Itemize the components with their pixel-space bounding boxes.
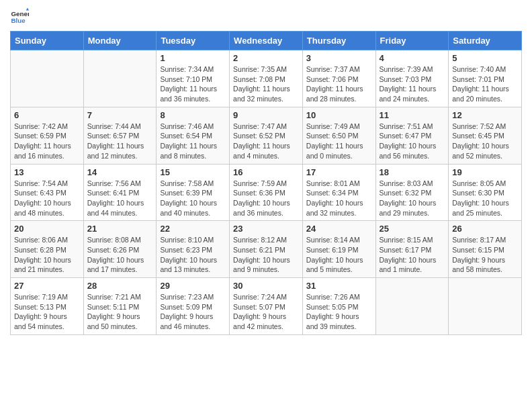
- day-number: 4: [380, 53, 445, 63]
- day-info: Sunrise: 7:58 AM Sunset: 6:39 PM Dayligh…: [160, 179, 226, 218]
- logo: General Blue: [10, 7, 32, 26]
- day-number: 12: [452, 110, 518, 120]
- day-number: 17: [306, 167, 372, 177]
- day-number: 20: [14, 224, 80, 234]
- calendar-cell: 3Sunrise: 7:37 AM Sunset: 7:06 PM Daylig…: [302, 50, 375, 107]
- day-number: 7: [87, 110, 153, 120]
- day-info: Sunrise: 7:49 AM Sunset: 6:50 PM Dayligh…: [306, 122, 372, 161]
- calendar-cell: 23Sunrise: 8:12 AM Sunset: 6:21 PM Dayli…: [230, 221, 303, 278]
- calendar-cell: 13Sunrise: 7:54 AM Sunset: 6:43 PM Dayli…: [11, 164, 84, 221]
- day-number: 14: [87, 167, 153, 177]
- day-number: 23: [233, 224, 299, 234]
- calendar-cell: 14Sunrise: 7:56 AM Sunset: 6:41 PM Dayli…: [83, 164, 157, 221]
- day-info: Sunrise: 7:23 AM Sunset: 5:09 PM Dayligh…: [160, 292, 226, 332]
- calendar-cell: [449, 278, 522, 335]
- day-info: Sunrise: 7:40 AM Sunset: 7:01 PM Dayligh…: [452, 64, 518, 104]
- day-info: Sunrise: 7:59 AM Sunset: 6:36 PM Dayligh…: [233, 179, 299, 218]
- day-info: Sunrise: 7:52 AM Sunset: 6:45 PM Dayligh…: [452, 122, 518, 161]
- day-number: 31: [306, 281, 372, 291]
- svg-text:Blue: Blue: [11, 17, 26, 24]
- day-number: 26: [452, 224, 518, 234]
- calendar-cell: 21Sunrise: 8:08 AM Sunset: 6:26 PM Dayli…: [83, 221, 157, 278]
- week-row-1: 1Sunrise: 7:34 AM Sunset: 7:10 PM Daylig…: [11, 50, 522, 107]
- week-row-3: 13Sunrise: 7:54 AM Sunset: 6:43 PM Dayli…: [11, 164, 522, 221]
- svg-marker-2: [26, 7, 29, 10]
- day-info: Sunrise: 8:10 AM Sunset: 6:23 PM Dayligh…: [160, 235, 226, 275]
- week-row-5: 27Sunrise: 7:19 AM Sunset: 5:13 PM Dayli…: [11, 278, 522, 335]
- calendar-cell: [375, 278, 449, 335]
- calendar-cell: 2Sunrise: 7:35 AM Sunset: 7:08 PM Daylig…: [230, 50, 303, 107]
- day-info: Sunrise: 7:46 AM Sunset: 6:54 PM Dayligh…: [160, 122, 226, 161]
- day-info: Sunrise: 7:37 AM Sunset: 7:06 PM Dayligh…: [306, 64, 372, 104]
- day-number: 5: [452, 53, 518, 63]
- calendar-cell: 7Sunrise: 7:44 AM Sunset: 6:57 PM Daylig…: [83, 107, 157, 164]
- day-info: Sunrise: 7:39 AM Sunset: 7:03 PM Dayligh…: [380, 64, 445, 104]
- calendar-cell: [11, 50, 84, 107]
- calendar-cell: 9Sunrise: 7:47 AM Sunset: 6:52 PM Daylig…: [230, 107, 303, 164]
- day-number: 22: [160, 224, 226, 234]
- calendar-cell: 8Sunrise: 7:46 AM Sunset: 6:54 PM Daylig…: [157, 107, 230, 164]
- day-number: 13: [14, 167, 80, 177]
- day-info: Sunrise: 7:35 AM Sunset: 7:08 PM Dayligh…: [233, 64, 299, 104]
- day-number: 11: [380, 110, 445, 120]
- calendar-cell: 12Sunrise: 7:52 AM Sunset: 6:45 PM Dayli…: [449, 107, 522, 164]
- calendar-cell: 17Sunrise: 8:01 AM Sunset: 6:34 PM Dayli…: [302, 164, 375, 221]
- calendar-cell: 29Sunrise: 7:23 AM Sunset: 5:09 PM Dayli…: [157, 278, 230, 335]
- day-info: Sunrise: 7:26 AM Sunset: 5:05 PM Dayligh…: [306, 292, 372, 332]
- day-number: 25: [380, 224, 445, 234]
- day-info: Sunrise: 8:06 AM Sunset: 6:28 PM Dayligh…: [14, 235, 80, 275]
- calendar-cell: 24Sunrise: 8:14 AM Sunset: 6:19 PM Dayli…: [302, 221, 375, 278]
- day-number: 3: [306, 53, 372, 63]
- calendar-cell: 31Sunrise: 7:26 AM Sunset: 5:05 PM Dayli…: [302, 278, 375, 335]
- day-number: 27: [14, 281, 80, 291]
- calendar-cell: 4Sunrise: 7:39 AM Sunset: 7:03 PM Daylig…: [375, 50, 449, 107]
- day-info: Sunrise: 7:56 AM Sunset: 6:41 PM Dayligh…: [87, 179, 153, 218]
- calendar-cell: 1Sunrise: 7:34 AM Sunset: 7:10 PM Daylig…: [157, 50, 230, 107]
- calendar-cell: 19Sunrise: 8:05 AM Sunset: 6:30 PM Dayli…: [449, 164, 522, 221]
- day-info: Sunrise: 8:17 AM Sunset: 6:15 PM Dayligh…: [452, 235, 518, 275]
- week-row-4: 20Sunrise: 8:06 AM Sunset: 6:28 PM Dayli…: [11, 221, 522, 278]
- calendar-cell: 22Sunrise: 8:10 AM Sunset: 6:23 PM Dayli…: [157, 221, 230, 278]
- day-info: Sunrise: 7:34 AM Sunset: 7:10 PM Dayligh…: [160, 64, 226, 104]
- day-number: 19: [452, 167, 518, 177]
- day-number: 9: [233, 110, 299, 120]
- logo-icon: General Blue: [10, 7, 29, 26]
- calendar-cell: 27Sunrise: 7:19 AM Sunset: 5:13 PM Dayli…: [11, 278, 84, 335]
- weekday-header-wednesday: Wednesday: [230, 32, 303, 50]
- day-info: Sunrise: 7:21 AM Sunset: 5:11 PM Dayligh…: [87, 292, 153, 332]
- day-number: 2: [233, 53, 299, 63]
- day-info: Sunrise: 8:14 AM Sunset: 6:19 PM Dayligh…: [306, 235, 372, 275]
- day-number: 28: [87, 281, 153, 291]
- day-number: 10: [306, 110, 372, 120]
- calendar-table: SundayMondayTuesdayWednesdayThursdayFrid…: [10, 31, 522, 335]
- day-number: 6: [14, 110, 80, 120]
- day-number: 30: [233, 281, 299, 291]
- day-number: 18: [380, 167, 445, 177]
- calendar-cell: [83, 50, 157, 107]
- calendar-cell: 5Sunrise: 7:40 AM Sunset: 7:01 PM Daylig…: [449, 50, 522, 107]
- day-info: Sunrise: 8:03 AM Sunset: 6:32 PM Dayligh…: [380, 179, 445, 218]
- day-number: 1: [160, 53, 226, 63]
- calendar-cell: 11Sunrise: 7:51 AM Sunset: 6:47 PM Dayli…: [375, 107, 449, 164]
- weekday-header-monday: Monday: [83, 32, 157, 50]
- calendar-cell: 15Sunrise: 7:58 AM Sunset: 6:39 PM Dayli…: [157, 164, 230, 221]
- weekday-header-sunday: Sunday: [11, 32, 84, 50]
- day-number: 24: [306, 224, 372, 234]
- day-number: 8: [160, 110, 226, 120]
- day-info: Sunrise: 8:08 AM Sunset: 6:26 PM Dayligh…: [87, 235, 153, 275]
- day-info: Sunrise: 7:54 AM Sunset: 6:43 PM Dayligh…: [14, 179, 80, 218]
- day-info: Sunrise: 7:51 AM Sunset: 6:47 PM Dayligh…: [380, 122, 445, 161]
- weekday-header-friday: Friday: [375, 32, 449, 50]
- calendar-cell: 25Sunrise: 8:15 AM Sunset: 6:17 PM Dayli…: [375, 221, 449, 278]
- calendar-cell: 20Sunrise: 8:06 AM Sunset: 6:28 PM Dayli…: [11, 221, 84, 278]
- week-row-2: 6Sunrise: 7:42 AM Sunset: 6:59 PM Daylig…: [11, 107, 522, 164]
- calendar-cell: 18Sunrise: 8:03 AM Sunset: 6:32 PM Dayli…: [375, 164, 449, 221]
- weekday-header-tuesday: Tuesday: [157, 32, 230, 50]
- weekday-header-thursday: Thursday: [302, 32, 375, 50]
- weekday-header-row: SundayMondayTuesdayWednesdayThursdayFrid…: [11, 32, 522, 50]
- calendar-cell: 26Sunrise: 8:17 AM Sunset: 6:15 PM Dayli…: [449, 221, 522, 278]
- day-number: 29: [160, 281, 226, 291]
- day-info: Sunrise: 7:19 AM Sunset: 5:13 PM Dayligh…: [14, 292, 80, 332]
- day-info: Sunrise: 8:05 AM Sunset: 6:30 PM Dayligh…: [452, 179, 518, 218]
- day-info: Sunrise: 7:44 AM Sunset: 6:57 PM Dayligh…: [87, 122, 153, 161]
